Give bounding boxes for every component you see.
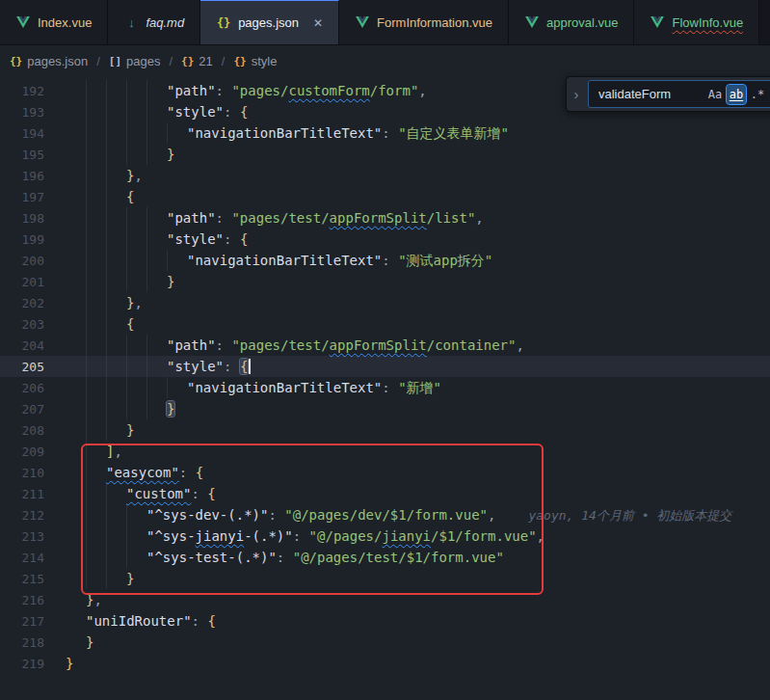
regex-toggle[interactable]: .*: [748, 85, 767, 104]
breadcrumb-item-style[interactable]: {}style: [233, 54, 277, 68]
indent-guide: [66, 377, 86, 398]
code-token: {: [240, 231, 248, 247]
symbol-object-icon: {}: [233, 55, 246, 67]
whole-word-toggle[interactable]: ab: [727, 85, 746, 104]
line-number: 196: [0, 166, 66, 187]
close-icon[interactable]: ✕: [313, 16, 323, 30]
code-line[interactable]: 207}: [0, 398, 770, 419]
code-line[interactable]: 200"navigationBarTitleText": "测试app拆分": [0, 250, 770, 271]
code-token: }: [167, 147, 174, 162]
tab-faq.md[interactable]: ↓faq.md: [108, 0, 200, 44]
indent-guide: [126, 335, 146, 356]
code-line[interactable]: 202},: [0, 292, 770, 313]
code-token: "style": [167, 359, 224, 374]
chevron-right-icon[interactable]: ›: [571, 86, 582, 102]
code-line[interactable]: 198"path": "pages/test/appFormSplit/list…: [0, 207, 770, 229]
indent-guide: [146, 250, 167, 271]
indent-guide: [86, 229, 106, 250]
code-line[interactable]: 203{: [0, 313, 770, 335]
indent-guide: [86, 525, 106, 547]
code-token: customForm: [288, 83, 369, 98]
breadcrumb-label: pages.json: [27, 54, 88, 68]
code-token: }: [126, 422, 134, 438]
code-token: }: [126, 571, 134, 586]
code-token: jianyi: [382, 528, 431, 544]
indent-guide: [106, 547, 126, 568]
breadcrumb-item-pages.json[interactable]: {}pages.json: [10, 54, 88, 68]
breadcrumb-item-21[interactable]: {}21: [181, 54, 213, 68]
code-area[interactable]: 192"path": "pages/customForm/form",193"s…: [0, 75, 770, 674]
breadcrumb-item-pages[interactable]: []pages: [109, 54, 161, 68]
code-token: "测试app拆分": [398, 253, 492, 268]
code-token: :: [224, 231, 240, 247]
code-line[interactable]: 212"^sys-dev-(.*)": "@/pages/dev/$1/form…: [0, 504, 770, 525]
indent-guide: [86, 335, 106, 356]
code-token: :: [191, 486, 207, 501]
code-token: {: [240, 104, 248, 120]
code-line[interactable]: 196},: [0, 165, 770, 186]
code-token: "pages/test/: [231, 337, 329, 353]
code-token: "^sys-: [146, 528, 196, 544]
line-number: 208: [0, 420, 66, 442]
code-token: ,: [475, 210, 483, 226]
code-line[interactable]: 213"^sys-jianyi-(.*)": "@/pages/jianyi/$…: [0, 525, 770, 547]
indent-guide: [126, 250, 146, 271]
code-line[interactable]: 208}: [0, 419, 770, 441]
code-line[interactable]: 217"uniIdRouter": {: [0, 610, 770, 632]
line-number: 195: [0, 145, 66, 166]
code-line[interactable]: 216},: [0, 589, 770, 610]
editor[interactable]: 192"path": "pages/customForm/form",193"s…: [0, 75, 770, 700]
indent-guide: [86, 165, 106, 186]
indent-guide: [146, 335, 167, 356]
line-number: 201: [0, 272, 66, 293]
code-token: "uniIdRouter": [86, 613, 192, 629]
tab-label: approval.vue: [546, 15, 618, 30]
code-line[interactable]: 211"custom": {: [0, 483, 770, 504]
code-line[interactable]: 201}: [0, 271, 770, 292]
match-case-toggle[interactable]: Aa: [705, 85, 725, 104]
indent-guide: [167, 250, 187, 271]
code-line[interactable]: 209],: [0, 441, 770, 462]
code-line[interactable]: 199"style": {: [0, 229, 770, 250]
code-token: "path": [167, 83, 216, 98]
tab-approval.vue[interactable]: approval.vue: [509, 0, 634, 44]
code-token: }: [167, 274, 174, 289]
code-line[interactable]: 206"navigationBarTitleText": "新增": [0, 377, 770, 398]
code-line[interactable]: 205"style": {: [0, 356, 770, 377]
tab-pages.json[interactable]: {}pages.json✕: [200, 0, 339, 44]
text-cursor: [249, 359, 251, 374]
indent-guide: [106, 250, 126, 271]
indent-guide: [66, 568, 86, 589]
code-line[interactable]: 215}: [0, 568, 770, 589]
indent-guide: [106, 80, 126, 101]
tab-FormInformation.vue[interactable]: FormInformation.vue: [339, 0, 509, 44]
code-line[interactable]: 197{: [0, 186, 770, 207]
indent-guide: [86, 568, 106, 589]
code-token: :: [216, 83, 232, 98]
indent-guide: [106, 229, 126, 250]
indent-guide: [66, 313, 86, 335]
indent-guide: [106, 525, 126, 547]
code-line[interactable]: 195}: [0, 144, 770, 165]
line-number: 217: [0, 611, 66, 633]
tab-FlowInfo.vue[interactable]: FlowInfo.vue: [634, 0, 759, 44]
indent-guide: [146, 229, 167, 250]
code-line[interactable]: 214"^sys-test-(.*)": "@/pages/test/$1/fo…: [0, 547, 770, 568]
indent-guide: [146, 80, 167, 101]
code-line[interactable]: 219}: [0, 653, 770, 674]
code-line[interactable]: 210"easycom": {: [0, 462, 770, 483]
code-line[interactable]: 194"navigationBarTitleText": "自定义表单新增": [0, 122, 770, 144]
code-token: :: [382, 253, 398, 268]
code-token: ,: [114, 444, 121, 459]
line-number: 219: [0, 654, 66, 675]
tab-Index.vue[interactable]: Index.vue: [0, 0, 108, 44]
code-token: ,: [537, 528, 544, 544]
code-line[interactable]: 204"path": "pages/test/appFormSplit/cont…: [0, 335, 770, 356]
find-input[interactable]: [597, 86, 703, 102]
indent-guide: [86, 122, 106, 144]
indent-guide: [146, 122, 167, 144]
line-number: 199: [0, 229, 66, 251]
code-line[interactable]: 218}: [0, 632, 770, 653]
indent-guide: [86, 80, 106, 101]
indent-guide: [106, 568, 126, 589]
